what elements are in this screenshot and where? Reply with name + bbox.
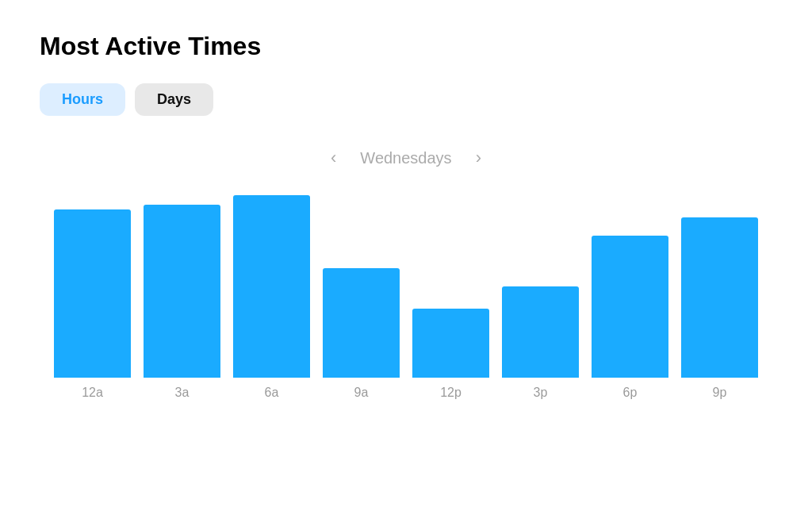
bar-12p bbox=[412, 309, 488, 378]
prev-day-button[interactable]: ‹ bbox=[323, 144, 344, 171]
days-toggle[interactable]: Days bbox=[135, 83, 213, 116]
chart-area: 12a3a6a9a12p3p6p9p bbox=[40, 195, 772, 400]
next-day-button[interactable]: › bbox=[468, 144, 489, 171]
bars-container bbox=[40, 195, 772, 378]
x-label-12a: 12a bbox=[48, 386, 137, 400]
hours-toggle[interactable]: Hours bbox=[40, 83, 125, 116]
bar-3p bbox=[502, 286, 578, 378]
x-label-6p: 6p bbox=[585, 386, 675, 400]
bar-group bbox=[227, 195, 316, 378]
x-label-9a: 9a bbox=[316, 386, 406, 400]
x-label-12p: 12p bbox=[406, 386, 496, 400]
page-title: Most Active Times bbox=[40, 32, 772, 61]
bar-group bbox=[48, 195, 137, 378]
toggle-group: Hours Days bbox=[40, 83, 772, 116]
bar-12a bbox=[54, 209, 130, 378]
x-axis-labels: 12a3a6a9a12p3p6p9p bbox=[40, 386, 772, 400]
main-container: Most Active Times Hours Days ‹ Wednesday… bbox=[40, 32, 772, 400]
bar-6p bbox=[592, 236, 668, 378]
bar-group bbox=[585, 195, 675, 378]
bar-group bbox=[406, 195, 496, 378]
bar-9p bbox=[681, 217, 757, 378]
bar-group bbox=[496, 195, 585, 378]
x-label-6a: 6a bbox=[227, 386, 316, 400]
bar-3a bbox=[144, 205, 220, 378]
day-navigation: ‹ Wednesdays › bbox=[40, 144, 772, 171]
bar-group bbox=[137, 195, 227, 378]
bar-group bbox=[675, 195, 764, 378]
x-label-3p: 3p bbox=[496, 386, 585, 400]
bar-9a bbox=[323, 268, 399, 378]
x-label-9p: 9p bbox=[675, 386, 764, 400]
x-label-3a: 3a bbox=[137, 386, 227, 400]
current-day-label: Wednesdays bbox=[360, 149, 451, 167]
bar-6a bbox=[233, 195, 309, 378]
bar-group bbox=[316, 195, 406, 378]
